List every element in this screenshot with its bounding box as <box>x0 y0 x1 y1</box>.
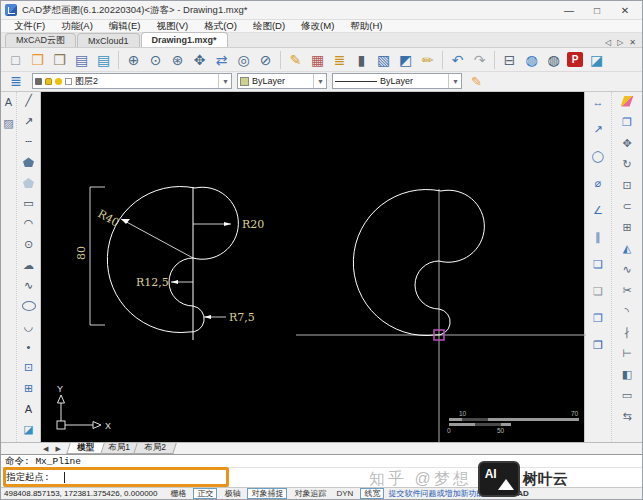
feedback-link[interactable]: 提交软件问题或增加新功能 <box>388 488 484 499</box>
insert-block-icon[interactable]: ⊡ <box>20 360 37 376</box>
web-share-icon[interactable]: ◍ <box>521 50 542 70</box>
layout-tab-prev-icon[interactable]: ◀ <box>43 445 50 453</box>
zoom-previous-icon[interactable]: ⊘ <box>255 50 276 70</box>
arc-icon[interactable]: ◠ <box>20 216 37 232</box>
scale-icon[interactable]: ⊡ <box>619 177 636 193</box>
doc-tab-Drawing1.mxg*[interactable]: Drawing1.mxg* <box>141 32 228 47</box>
pdf-export-icon[interactable]: P <box>567 52 583 67</box>
select-icon[interactable]: ◩ <box>395 50 416 70</box>
layers-stack-icon[interactable]: ≣ <box>5 73 27 89</box>
zoom-in-icon[interactable]: ⊙ <box>145 50 166 70</box>
save-as-icon[interactable]: ▤ <box>93 50 114 70</box>
layout-tab-模型[interactable]: 模型 <box>66 443 105 454</box>
save-icon[interactable]: ▤ <box>71 50 92 70</box>
open-edit-icon[interactable]: ❒ <box>27 50 48 70</box>
fillet-icon[interactable]: ◝ <box>619 303 636 319</box>
menu-修改M[interactable]: 修改(M) <box>294 20 341 33</box>
layer-manager-icon[interactable]: ▧ <box>373 50 394 70</box>
spline-icon[interactable]: ∿ <box>20 278 37 294</box>
edit-entity-icon[interactable]: ✏ <box>417 50 438 70</box>
doc-tab-MxCAD云图[interactable]: MxCAD云图 <box>5 33 76 47</box>
new-file-icon[interactable]: □ <box>5 50 26 70</box>
hatch-icon[interactable]: ▨ <box>0 115 17 131</box>
tab-scroll-right-icon[interactable]: ▷ <box>617 38 623 47</box>
layout-tab-布局2[interactable]: 布局2 <box>133 443 176 454</box>
menu-绘图D[interactable]: 绘图(D) <box>246 20 292 33</box>
region-icon[interactable]: ▭ <box>619 387 636 403</box>
copy-base-icon[interactable]: ❏ <box>590 283 607 299</box>
construction-line-icon[interactable]: ┄ <box>20 134 37 150</box>
print-icon[interactable]: ⊟ <box>499 50 520 70</box>
circle-icon[interactable]: ⊙ <box>20 237 37 253</box>
offset-icon[interactable]: ⊂ <box>619 198 636 214</box>
polygon-icon[interactable] <box>20 175 37 191</box>
zoom-window-icon[interactable]: ⊕ <box>123 50 144 70</box>
break-at-point-icon[interactable]: ⊢ <box>619 345 636 361</box>
linetype-dropdown[interactable]: ByLayer ▼ <box>332 73 462 89</box>
zoom-object-icon[interactable]: ◎ <box>233 50 254 70</box>
explode-icon[interactable]: ◧ <box>619 366 636 382</box>
menu-文件F[interactable]: 文件(F) <box>7 20 52 33</box>
status-toggle-正交[interactable]: 正交 <box>193 488 217 499</box>
status-toggle-线宽[interactable]: 线宽 <box>360 488 384 499</box>
maximize-button[interactable]: □ <box>590 5 604 16</box>
properties-edit-icon[interactable]: ✎ <box>471 74 482 89</box>
erase-icon[interactable] <box>619 93 636 109</box>
status-toggle-DYN[interactable]: DYN <box>333 488 356 499</box>
paste-clip-icon[interactable]: ❐ <box>590 310 607 326</box>
rotate-icon[interactable]: ↻ <box>619 156 636 172</box>
continue-dimension-icon[interactable]: ∥ <box>590 229 607 245</box>
revcloud-icon[interactable]: ☁ <box>20 257 37 273</box>
tab-close-icon[interactable]: ✕ <box>629 38 636 47</box>
polyline-icon[interactable] <box>20 155 37 171</box>
zoom-extents-icon[interactable]: ⊛ <box>167 50 188 70</box>
aligned-dimension-icon[interactable]: ↗ <box>590 121 607 137</box>
linear-dimension-icon[interactable]: ↔ <box>590 94 607 110</box>
status-toggle-极轴[interactable]: 极轴 <box>221 488 243 499</box>
pan-icon[interactable]: ✥ <box>189 50 210 70</box>
copy-clip-icon[interactable]: ❏ <box>590 256 607 272</box>
ellipse-icon[interactable] <box>20 298 37 314</box>
paste-block-icon[interactable]: ❐ <box>590 337 607 353</box>
menu-功能A[interactable]: 功能(A) <box>54 20 100 33</box>
menu-格式O[interactable]: 格式(O) <box>197 20 244 33</box>
line-icon[interactable]: ╱ <box>20 93 37 109</box>
copy-icon[interactable]: ❐ <box>619 114 636 130</box>
angular-dimension-icon[interactable]: ∠ <box>590 202 607 218</box>
status-toggle-对象捕捉[interactable]: 对象捕捉 <box>247 488 287 499</box>
mirror-icon[interactable]: ◭ <box>619 240 636 256</box>
status-toggle-栅格[interactable]: 栅格 <box>167 488 189 499</box>
radius-dimension-icon[interactable]: ◯ <box>590 148 607 164</box>
image-export-icon[interactable]: ◪ <box>586 50 607 70</box>
array-icon[interactable]: ⊞ <box>619 219 636 235</box>
drawing-canvas[interactable]: 80 R40 R20 R12,5 R7,5 <box>41 92 584 442</box>
close-button[interactable]: ✕ <box>618 5 632 16</box>
join-icon[interactable]: ⇆ <box>619 408 636 424</box>
doc-tab-MxCloud1[interactable]: MxCloud1 <box>77 33 140 47</box>
color-dropdown[interactable]: ByLayer ▼ <box>237 73 327 89</box>
break-icon[interactable]: ∤ <box>619 324 636 340</box>
redo-icon[interactable]: ↷ <box>469 50 490 70</box>
move-icon[interactable]: ✥ <box>619 135 636 151</box>
text-style-icon[interactable]: A <box>0 94 17 110</box>
menu-编辑E[interactable]: 编辑(E) <box>102 20 148 33</box>
tab-scroll-left-icon[interactable]: ◁ <box>605 38 611 47</box>
web-publish-icon[interactable]: ◍ <box>543 50 564 70</box>
polyline-draw-icon[interactable]: ✎ <box>285 50 306 70</box>
diameter-dimension-icon[interactable]: ⌀ <box>590 175 607 191</box>
ellipse-arc-icon[interactable]: ◡ <box>20 319 37 335</box>
make-block-icon[interactable]: ⊞ <box>20 380 37 396</box>
text-format-icon[interactable]: ≣ <box>329 50 350 70</box>
command-input[interactable]: 指定起点: <box>1 468 642 487</box>
trim-icon[interactable]: ✂ <box>619 282 636 298</box>
open-folder-icon[interactable]: ❒ <box>49 50 70 70</box>
zoom-scale-icon[interactable]: ⇄ <box>211 50 232 70</box>
menu-视图V[interactable]: 视图(V) <box>149 20 195 33</box>
undo-icon[interactable]: ↶ <box>447 50 468 70</box>
block-icon[interactable]: ▮ <box>351 50 372 70</box>
minimize-button[interactable]: — <box>562 5 576 16</box>
point-icon[interactable]: • <box>20 339 37 355</box>
text-icon[interactable]: A <box>20 401 37 417</box>
spline-edit-icon[interactable]: ∿ <box>619 261 636 277</box>
color-palette-icon[interactable]: ▦ <box>307 50 328 70</box>
